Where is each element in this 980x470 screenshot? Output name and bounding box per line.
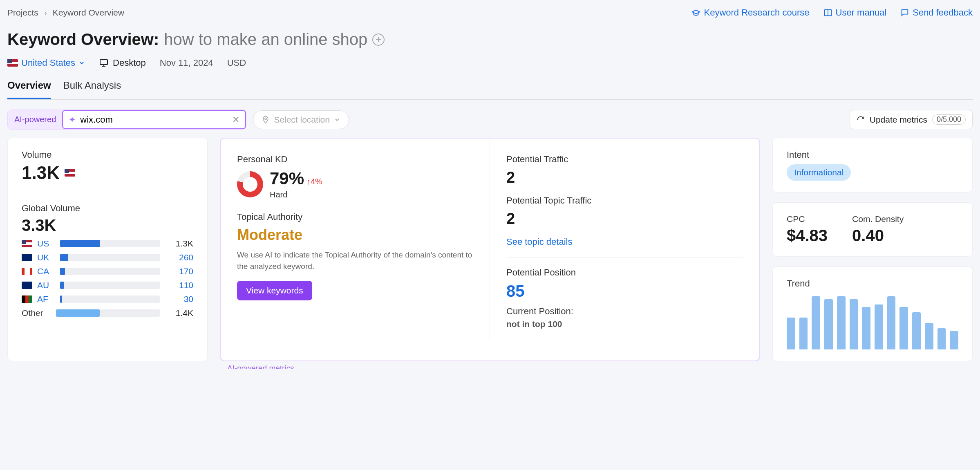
chat-icon: [900, 8, 909, 17]
user-manual-link[interactable]: User manual: [823, 7, 887, 18]
country-code[interactable]: UK: [37, 253, 55, 262]
trend-bar: [824, 299, 833, 350]
volume-card: Volume 1.3K Global Volume 3.3K US1.3KUK2…: [7, 138, 208, 361]
kd-delta: ↑4%: [307, 177, 322, 186]
country-volume: 1.3K: [165, 239, 193, 248]
svg-rect-2: [100, 60, 107, 65]
potential-topic-traffic-value: 2: [506, 210, 743, 228]
ai-metrics-card: Personal KD 79% ↑4% Hard Topical Authori…: [220, 138, 760, 361]
country-volume: 30: [165, 294, 193, 304]
potential-position-label: Potential Position: [506, 267, 743, 278]
trend-bar: [887, 296, 896, 349]
global-volume-row: CA170: [22, 266, 193, 276]
volume-value: 1.3K: [22, 163, 193, 183]
global-volume-label: Global Volume: [22, 203, 193, 214]
global-volume-row: AU110: [22, 280, 193, 290]
global-volume-row: UK260: [22, 253, 193, 262]
volume-bar: [60, 240, 160, 247]
clear-input-button[interactable]: ✕: [232, 114, 239, 125]
flag-icon: [22, 282, 32, 289]
potential-traffic-label: Potential Traffic: [506, 154, 743, 165]
cpc-card: CPC $4.83 Com. Density 0.40: [772, 202, 973, 257]
update-counter: 0/5,000: [932, 114, 966, 125]
trend-bar: [875, 304, 883, 350]
region-selector[interactable]: United States: [7, 58, 85, 68]
location-selector[interactable]: Select location: [253, 110, 349, 129]
flag-icon: [22, 240, 32, 247]
trend-bar: [799, 318, 808, 349]
cpc-label: CPC: [787, 214, 828, 224]
book-icon: [823, 8, 832, 17]
trend-bar: [925, 323, 933, 349]
breadcrumb-projects[interactable]: Projects: [7, 8, 38, 18]
other-volume: 1.4K: [165, 308, 193, 318]
update-metrics-button[interactable]: Update metrics 0/5,000: [850, 110, 973, 129]
add-keyword-button[interactable]: +: [372, 34, 385, 46]
volume-bar: [60, 295, 160, 303]
potential-position-value: 85: [506, 282, 743, 300]
current-position-label: Current Position:: [506, 306, 743, 317]
trend-bar: [950, 331, 958, 350]
intent-label: Intent: [787, 150, 958, 160]
country-code[interactable]: AF: [37, 294, 55, 304]
topical-authority-value: Moderate: [237, 226, 473, 244]
svg-point-5: [265, 118, 266, 119]
breadcrumb-current: Keyword Overview: [53, 8, 124, 18]
domain-input[interactable]: [80, 114, 228, 125]
tab-bulk-analysis[interactable]: Bulk Analysis: [63, 80, 121, 99]
breadcrumb: Projects › Keyword Overview: [7, 8, 124, 18]
us-flag-icon: [7, 59, 18, 67]
flag-icon: [22, 254, 32, 261]
trend-bar: [862, 307, 870, 349]
global-volume-other-row: Other1.4K: [22, 308, 193, 318]
com-density-value: 0.40: [852, 226, 904, 245]
trend-bar: [899, 307, 908, 349]
potential-topic-traffic-label: Potential Topic Traffic: [506, 195, 743, 206]
flag-icon: [22, 268, 32, 275]
kd-donut-chart: [237, 171, 263, 197]
global-volume-row: AF30: [22, 294, 193, 304]
global-volume-value: 3.3K: [22, 216, 193, 235]
page-title: Keyword Overview: how to make an online …: [7, 30, 973, 49]
send-feedback-link[interactable]: Send feedback: [900, 7, 973, 18]
device-indicator: Desktop: [99, 58, 146, 68]
volume-bar: [60, 268, 160, 275]
ai-powered-metrics-label: AI-powered metrics: [227, 364, 294, 369]
country-volume: 110: [165, 280, 193, 290]
kd-value: 79%: [270, 169, 304, 188]
other-label: Other: [22, 308, 51, 318]
country-code[interactable]: US: [37, 239, 55, 248]
country-volume: 260: [165, 253, 193, 262]
volume-bar: [60, 282, 160, 289]
trend-card: Trend: [772, 266, 973, 361]
currency-indicator: USD: [227, 58, 246, 68]
tabs: Overview Bulk Analysis: [7, 80, 973, 100]
volume-bar: [60, 254, 160, 261]
see-topic-details-link[interactable]: See topic details: [506, 237, 572, 247]
date-indicator: Nov 11, 2024: [160, 58, 213, 68]
personal-kd-label: Personal KD: [237, 154, 473, 165]
country-code[interactable]: CA: [37, 266, 55, 276]
chevron-right-icon: ›: [44, 8, 47, 18]
tab-overview[interactable]: Overview: [7, 80, 51, 99]
kd-level: Hard: [270, 190, 322, 199]
potential-traffic-value: 2: [506, 169, 743, 186]
volume-bar: [56, 309, 160, 317]
intent-badge: Informational: [787, 164, 851, 181]
domain-input-wrapper: ✦ ✕: [62, 110, 246, 129]
trend-bar: [837, 296, 846, 349]
topical-authority-label: Topical Authority: [237, 212, 473, 222]
trend-label: Trend: [787, 278, 958, 289]
trend-bar: [812, 296, 820, 349]
view-keywords-button[interactable]: View keywords: [237, 281, 312, 300]
trend-bar-chart: [787, 296, 958, 349]
current-position-value: not in top 100: [506, 319, 743, 329]
country-code[interactable]: AU: [37, 280, 55, 290]
global-volume-row: US1.3K: [22, 239, 193, 248]
location-pin-icon: [262, 116, 270, 124]
ai-powered-badge: AI-powered: [8, 110, 63, 129]
intent-card: Intent Informational: [772, 138, 973, 192]
desktop-icon: [99, 58, 109, 68]
keyword-course-link[interactable]: Keyword Research course: [691, 7, 809, 18]
flag-icon: [22, 295, 32, 303]
